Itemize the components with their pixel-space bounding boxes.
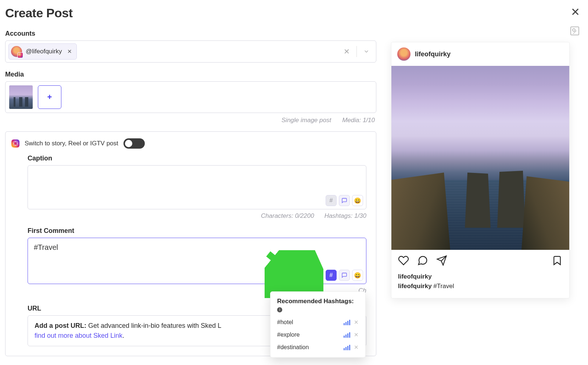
hashtag-helper-button-active[interactable]: # [326, 270, 337, 281]
caption-hashtag-count: Hashtags: 1/30 [325, 212, 366, 220]
accounts-label: Accounts [5, 30, 376, 38]
hashtag-text: #hotel [277, 319, 293, 326]
hashtag-helper-button[interactable]: # [326, 195, 337, 206]
share-icon[interactable] [436, 255, 447, 267]
like-icon[interactable] [398, 255, 409, 267]
media-label: Media [5, 71, 376, 78]
clear-accounts-icon[interactable]: ✕ [344, 47, 350, 56]
signal-icon [344, 345, 350, 350]
url-bold: Add a post URL: [35, 322, 86, 329]
signal-icon [344, 320, 350, 325]
preview-caption-text: #Travel [433, 283, 454, 290]
bookmark-icon[interactable] [552, 261, 563, 267]
popover-title: Recommended Hashtags: [277, 298, 359, 305]
accounts-select[interactable]: @lifeofquirky ✕ ✕ [5, 40, 376, 63]
template-button[interactable] [339, 195, 350, 206]
page-title: Create Post [5, 6, 376, 20]
emoji-button[interactable]: 😄 [352, 270, 363, 281]
hashtag-text: #explore [277, 332, 300, 338]
emoji-button[interactable]: 😄 [352, 195, 363, 206]
signal-icon [344, 332, 350, 338]
template-button[interactable] [339, 270, 350, 281]
avatar-icon [397, 47, 410, 61]
avatar-icon [11, 46, 22, 57]
divider [356, 46, 357, 57]
preview-username: lifeofquirky [415, 50, 451, 58]
media-count-text: Media: 1/10 [342, 117, 375, 124]
url-period: . [122, 332, 124, 339]
add-media-button[interactable]: + [38, 85, 61, 109]
comment-icon[interactable] [417, 255, 428, 267]
chevron-down-icon[interactable] [363, 49, 369, 54]
dismiss-icon[interactable]: ✕ [354, 344, 359, 351]
instagram-icon [11, 139, 19, 148]
account-chip[interactable]: @lifeofquirky ✕ [8, 43, 77, 60]
dismiss-icon[interactable]: ✕ [354, 319, 359, 326]
first-comment-input[interactable]: #Travel # 😄 [28, 238, 366, 284]
recommended-hashtags-popover: Recommended Hashtags: i #hotel ✕ #explor… [270, 291, 366, 358]
preview-caption-user1: lifeofquirky [398, 273, 432, 280]
preview-caption-user2: lifeofquirky [398, 283, 432, 290]
single-image-text: Single image post [282, 117, 331, 124]
dismiss-icon[interactable]: ✕ [354, 332, 359, 338]
url-body: Get advanced link-in-bio features with S… [86, 322, 221, 329]
remove-account-icon[interactable]: ✕ [67, 48, 72, 55]
recommended-hashtag-row[interactable]: #destination ✕ [277, 341, 359, 354]
caption-label: Caption [28, 155, 366, 162]
caption-input[interactable]: # 😄 [28, 165, 366, 209]
switch-label: Switch to story, Reel or IGTV post [25, 140, 118, 147]
first-comment-text: #Travel [28, 238, 366, 257]
sked-link-link[interactable]: find out more about Sked Link [35, 332, 122, 339]
post-preview: lifeofquirky lifeofquirky [391, 42, 570, 298]
media-box: + [5, 81, 376, 113]
preview-image [391, 66, 569, 250]
info-icon[interactable]: i [277, 307, 282, 312]
recommended-hashtag-row[interactable]: #hotel ✕ [277, 316, 359, 329]
first-comment-label: First Comment [28, 227, 366, 235]
media-thumbnail[interactable] [9, 85, 33, 109]
account-handle: @lifeofquirky [26, 48, 62, 55]
recommended-hashtag-row[interactable]: #explore ✕ [277, 329, 359, 341]
hashtag-text: #destination [277, 344, 309, 351]
post-type-toggle[interactable] [123, 138, 145, 149]
caption-char-count: Characters: 0/2200 [261, 212, 314, 220]
